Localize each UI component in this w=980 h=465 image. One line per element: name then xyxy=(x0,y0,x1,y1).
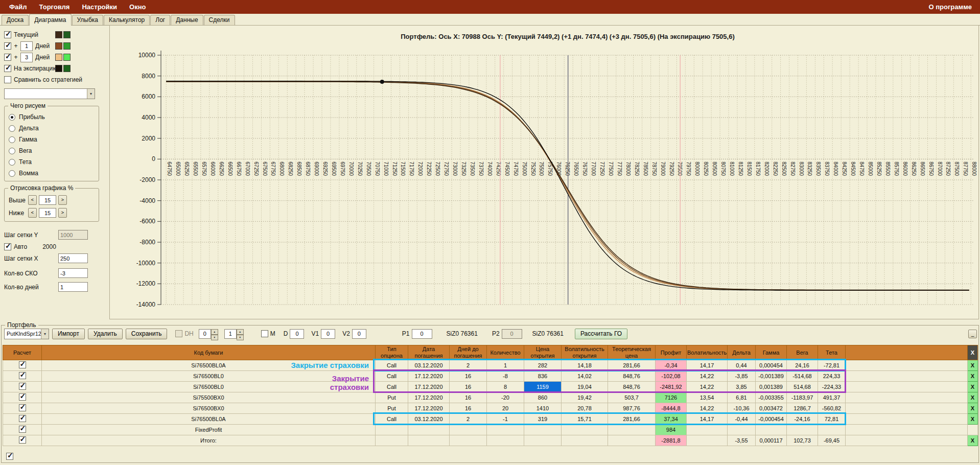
row-7-profit[interactable]: -2881,8 xyxy=(656,435,687,446)
row-2-theta[interactable]: -224,33 xyxy=(818,382,846,392)
row-0-profit[interactable]: -0,34 xyxy=(656,360,687,371)
row-6-theta[interactable] xyxy=(818,425,846,435)
row-1-open_price[interactable]: 836 xyxy=(524,371,562,382)
row-0-vol[interactable]: 14,17 xyxy=(687,360,728,371)
row-0-days[interactable]: 2 xyxy=(450,360,487,371)
row-7-expiry[interactable] xyxy=(408,435,450,446)
column-header-10[interactable]: Волатильность xyxy=(687,345,728,360)
row-4-code[interactable]: Si76500BX0 xyxy=(42,403,376,414)
row-6-vega[interactable] xyxy=(787,425,818,435)
row-7-code[interactable]: Итого: xyxy=(42,435,376,446)
row-2-checkbox[interactable] xyxy=(19,383,26,390)
row-2-gamma[interactable]: 0,001389 xyxy=(756,382,787,392)
row-6-expiry[interactable] xyxy=(408,425,450,435)
row-6-checkbox[interactable] xyxy=(19,426,26,433)
row-6-type[interactable] xyxy=(376,425,408,435)
row-1-qty[interactable]: -8 xyxy=(487,371,524,382)
series-3-checkbox[interactable] xyxy=(4,65,11,72)
row-0-expiry[interactable]: 03.12.2020 xyxy=(408,360,450,371)
grid-x-input[interactable] xyxy=(58,253,88,263)
series-1-checkbox[interactable] xyxy=(4,42,11,50)
row-7-open_vol[interactable] xyxy=(562,435,608,446)
row-2-vega[interactable]: 514,68 xyxy=(787,382,818,392)
column-header-16[interactable]: X xyxy=(968,345,978,360)
row-7-days[interactable] xyxy=(450,435,487,446)
payoff-chart[interactable]: -14000-12000-10000-8000-6000-4000-200002… xyxy=(110,26,978,318)
calc-go-button[interactable]: Рассчитать ГО xyxy=(575,329,627,339)
row-0-qty[interactable]: 1 xyxy=(487,360,524,371)
row-4-theo_price[interactable]: 987,76 xyxy=(608,403,656,414)
row-7-delta[interactable]: -3,55 xyxy=(728,435,756,446)
row-0-delete-button[interactable]: X xyxy=(968,360,978,371)
row-6-theo_price[interactable] xyxy=(608,425,656,435)
series-0-checkbox[interactable] xyxy=(4,31,11,38)
row-2-open_vol[interactable]: 19,04 xyxy=(562,382,608,392)
row-6-gamma[interactable] xyxy=(756,425,787,435)
column-header-11[interactable]: Дельта xyxy=(728,345,756,360)
column-header-7[interactable]: Волатильность открытия xyxy=(562,345,608,360)
row-5-open_vol[interactable]: 15,71 xyxy=(562,414,608,425)
row-5-vol[interactable]: 14,17 xyxy=(687,414,728,425)
row-3-gamma[interactable]: -0,003355 xyxy=(756,392,787,403)
menu-item-0[interactable]: Файл xyxy=(3,1,33,13)
row-7-open_price[interactable] xyxy=(524,435,562,446)
row-3-code[interactable]: Si75500BX0 xyxy=(42,392,376,403)
delete-button[interactable]: Удалить xyxy=(88,329,123,339)
compare-checkbox[interactable] xyxy=(4,76,11,83)
column-header-3[interactable]: Дата погашения xyxy=(408,345,450,360)
row-2-theo_price[interactable]: 848,76 xyxy=(608,382,656,392)
row-4-theta[interactable]: -560,82 xyxy=(818,403,846,414)
row-5-delta[interactable]: -0,44 xyxy=(728,414,756,425)
row-1-profit[interactable]: -102,08 xyxy=(656,371,687,382)
above-input[interactable] xyxy=(39,195,56,205)
portfolio-preset-select[interactable]: PutKlndSpr12_ ▼ xyxy=(4,329,49,339)
row-2-delete-button[interactable]: X xyxy=(968,382,978,392)
row-1-type[interactable]: Call xyxy=(376,371,408,382)
column-header-13[interactable]: Вега xyxy=(787,345,818,360)
row-4-delete-button[interactable]: X xyxy=(968,403,978,414)
collapse-button[interactable]: _ xyxy=(968,330,977,338)
row-1-vega[interactable]: -514,68 xyxy=(787,371,818,382)
strategy-select[interactable]: ▼ xyxy=(4,88,95,99)
import-button[interactable]: Импорт xyxy=(52,329,85,339)
row-4-vol[interactable]: 14,22 xyxy=(687,403,728,414)
row-7-theo_price[interactable] xyxy=(608,435,656,446)
row-3-qty[interactable]: -20 xyxy=(487,392,524,403)
dh-checkbox[interactable] xyxy=(175,330,182,337)
row-0-gamma[interactable]: 0,000454 xyxy=(756,360,787,371)
row-4-type[interactable]: Put xyxy=(376,403,408,414)
row-6-code[interactable]: FixedProfit xyxy=(42,425,376,435)
row-2-vol[interactable]: 14,22 xyxy=(687,382,728,392)
menu-about[interactable]: О программе xyxy=(928,3,977,11)
row-5-days[interactable]: 2 xyxy=(450,414,487,425)
row-1-delete-button[interactable]: X xyxy=(968,371,978,382)
row-5-open_price[interactable]: 319 xyxy=(524,414,562,425)
column-header-8[interactable]: Теоретическая цена xyxy=(608,345,656,360)
row-4-qty[interactable]: 20 xyxy=(487,403,524,414)
column-header-2[interactable]: Тип опциона xyxy=(376,345,408,360)
row-6-delta[interactable] xyxy=(728,425,756,435)
row-0-open_vol[interactable]: 14,18 xyxy=(562,360,608,371)
row-5-checkbox[interactable] xyxy=(19,415,26,422)
row-4-profit[interactable]: -8444,8 xyxy=(656,403,687,414)
above-increase-button[interactable]: > xyxy=(58,195,67,205)
draw-radio-3[interactable] xyxy=(9,148,15,154)
p1-input[interactable] xyxy=(412,329,432,339)
menu-item-1[interactable]: Торговля xyxy=(33,1,76,13)
row-0-theo_price[interactable]: 281,66 xyxy=(608,360,656,371)
row-2-open_price[interactable]: 1159 xyxy=(524,382,562,392)
draw-radio-5[interactable] xyxy=(9,170,15,177)
row-3-profit[interactable]: 7126 xyxy=(656,392,687,403)
new-row-checkbox[interactable] xyxy=(6,453,13,460)
spinner-up-down-icons[interactable]: ▲▼ xyxy=(211,329,218,339)
menu-item-3[interactable]: Окно xyxy=(123,1,152,13)
row-3-theo_price[interactable]: 503,7 xyxy=(608,392,656,403)
row-1-vol[interactable]: 14,22 xyxy=(687,371,728,382)
row-5-expiry[interactable]: 03.12.2020 xyxy=(408,414,450,425)
row-3-open_vol[interactable]: 19,42 xyxy=(562,392,608,403)
row-1-code[interactable]: Si76500BL0 xyxy=(42,371,376,382)
row-4-checkbox[interactable] xyxy=(19,404,26,411)
row-3-delta[interactable]: 6,81 xyxy=(728,392,756,403)
row-4-delta[interactable]: -10,36 xyxy=(728,403,756,414)
d-input[interactable] xyxy=(290,329,304,339)
